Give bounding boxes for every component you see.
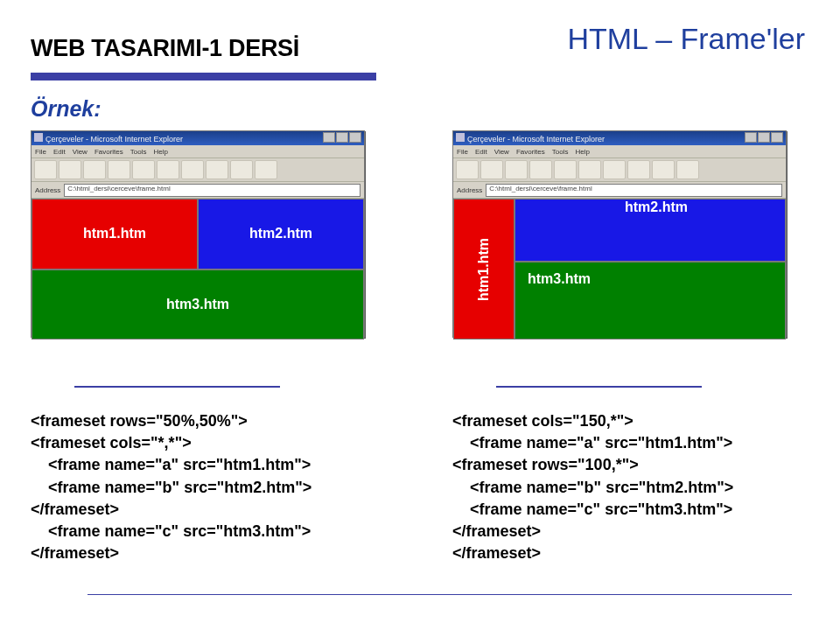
toolbar <box>453 158 786 182</box>
window-title: Çerçeveler - Microsoft Internet Explorer <box>467 135 605 144</box>
frame-b: htm2.htm <box>198 199 364 270</box>
example-underline <box>74 386 280 388</box>
frame-a-label: htm1.htm <box>476 238 492 301</box>
window-buttons <box>744 132 783 144</box>
address-label: Address <box>35 186 60 194</box>
example-2: Çerçeveler - Microsoft Internet Explorer… <box>452 130 787 564</box>
forward-button[interactable] <box>59 160 81 179</box>
frame-b-label: htm2.htm <box>249 226 312 242</box>
slide-heading-right: HTML – Frame'ler <box>567 22 805 56</box>
menu-item[interactable]: View <box>494 148 509 156</box>
browser-window-1: Çerçeveler - Microsoft Internet Explorer… <box>31 130 365 338</box>
menu-item[interactable]: File <box>35 148 46 156</box>
close-button[interactable] <box>349 132 361 143</box>
back-button[interactable] <box>34 160 57 179</box>
frame-a-label: htm1.htm <box>83 226 146 242</box>
search-button[interactable] <box>157 160 179 179</box>
stop-button[interactable] <box>83 160 106 179</box>
refresh-button[interactable] <box>108 160 130 179</box>
max-button[interactable] <box>336 132 348 143</box>
menu-item[interactable]: Tools <box>552 148 569 156</box>
close-button[interactable] <box>771 132 783 143</box>
slide: WEB TASARIMI-1 DERSİ HTML – Frame'ler Ör… <box>0 0 840 630</box>
viewport: htm1.htm htm2.htm htm3.htm <box>32 199 364 340</box>
frame-a: htm1.htm <box>453 199 514 340</box>
example-underline <box>496 386 702 388</box>
menu-item[interactable]: Help <box>575 148 589 156</box>
frame-a: htm1.htm <box>32 199 198 270</box>
window-title: Çerçeveler - Microsoft Internet Explorer <box>46 135 183 144</box>
home-button[interactable] <box>554 160 577 179</box>
viewport: htm1.htm htm2.htm htm3.htm <box>453 199 786 340</box>
refresh-button[interactable] <box>529 160 552 179</box>
code-block-2: <frameset cols="150,*"> <frame name="a" … <box>452 410 787 564</box>
menu-item[interactable]: Help <box>153 148 167 156</box>
menu-item[interactable]: View <box>73 148 88 156</box>
mail-button[interactable] <box>230 160 253 179</box>
frame-b-label: htm2.htm <box>625 200 688 215</box>
frame-c-label: htm3.htm <box>166 297 229 312</box>
max-button[interactable] <box>758 132 770 143</box>
menu-item[interactable]: Tools <box>130 148 147 156</box>
menubar: File Edit View Favorites Tools Help <box>453 145 786 158</box>
heading-underline <box>31 73 376 80</box>
app-icon <box>456 133 465 142</box>
frame-c: htm3.htm <box>32 270 364 340</box>
window-buttons <box>322 132 361 144</box>
min-button[interactable] <box>745 132 757 143</box>
footer-rule <box>88 594 792 595</box>
menu-item[interactable]: Edit <box>53 148 66 156</box>
favorites-button[interactable] <box>181 160 204 179</box>
examples-row: Çerçeveler - Microsoft Internet Explorer… <box>31 130 809 564</box>
address-label: Address <box>457 186 482 194</box>
menu-item[interactable]: Favorites <box>94 148 123 156</box>
frame-c: htm3.htm <box>514 262 786 340</box>
stop-button[interactable] <box>505 160 528 179</box>
example-1: Çerçeveler - Microsoft Internet Explorer… <box>31 130 365 564</box>
example-label: Örnek: <box>31 96 809 122</box>
browser-window-2: Çerçeveler - Microsoft Internet Explorer… <box>452 130 787 338</box>
min-button[interactable] <box>323 132 335 143</box>
favorites-button[interactable] <box>603 160 626 179</box>
code-block-1: <frameset rows="50%,50%"> <frameset cols… <box>31 410 365 564</box>
frame-c-label: htm3.htm <box>528 271 591 287</box>
history-button[interactable] <box>627 160 650 179</box>
address-bar: Address C:\html_dersi\cerceve\frame.html <box>32 182 364 199</box>
menu-item[interactable]: File <box>457 148 468 156</box>
address-bar: Address C:\html_dersi\cerceve\frame.html <box>453 182 786 199</box>
frame-b: htm2.htm <box>514 199 786 262</box>
toolbar <box>32 158 364 182</box>
address-field[interactable]: C:\html_dersi\cerceve\frame.html <box>64 184 360 197</box>
print-button[interactable] <box>676 160 699 179</box>
search-button[interactable] <box>578 160 601 179</box>
menubar: File Edit View Favorites Tools Help <box>32 145 364 158</box>
forward-button[interactable] <box>480 160 503 179</box>
menu-item[interactable]: Edit <box>475 148 487 156</box>
address-field[interactable]: C:\html_dersi\cerceve\frame.html <box>486 184 782 197</box>
titlebar: Çerçeveler - Microsoft Internet Explorer <box>453 131 786 145</box>
back-button[interactable] <box>456 160 479 179</box>
history-button[interactable] <box>206 160 228 179</box>
titlebar: Çerçeveler - Microsoft Internet Explorer <box>32 131 364 145</box>
menu-item[interactable]: Favorites <box>516 148 545 156</box>
app-icon <box>34 133 43 142</box>
print-button[interactable] <box>255 160 277 179</box>
home-button[interactable] <box>132 160 155 179</box>
mail-button[interactable] <box>652 160 675 179</box>
